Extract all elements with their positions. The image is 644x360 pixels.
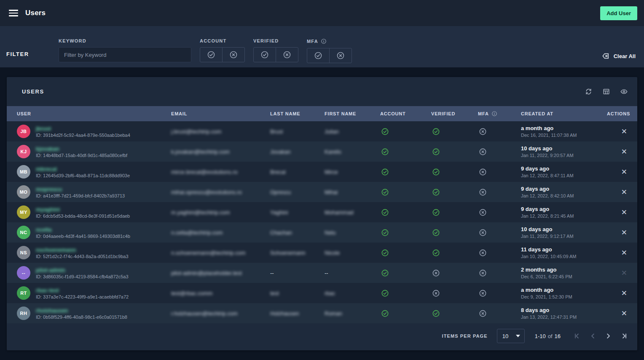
cross-circle-icon xyxy=(479,289,487,297)
email-cell: n.celta@techtrip.com xyxy=(171,229,270,236)
remove-user-button[interactable]: ✕ xyxy=(620,127,629,136)
created-absolute: Jan 10, 2022, 10:45:09 AM xyxy=(521,254,607,259)
cross-circle-icon xyxy=(479,208,487,216)
check-circle-icon xyxy=(432,168,440,176)
column-header-account: ACCOUNT xyxy=(380,111,431,116)
items-per-page-select[interactable]: 10 xyxy=(497,329,525,343)
created-at-cell: 8 days ago Jan 13, 2022, 12:47:31 PM xyxy=(521,307,607,320)
mfa-filter-toggle xyxy=(307,48,352,63)
verified-status-cell xyxy=(431,148,478,156)
created-relative: 11 days ago xyxy=(521,246,607,253)
user-name-link[interactable]: ncelta xyxy=(36,227,52,233)
account-filter-confirmed-button[interactable] xyxy=(200,48,222,62)
created-at-cell: 9 days ago Jan 12, 2022, 8:21:45 AM xyxy=(521,206,607,219)
user-name-link[interactable]: kjovakan xyxy=(36,146,59,152)
check-circle-icon xyxy=(381,269,389,277)
filter-section-label: FILTER xyxy=(6,51,31,57)
table-row: MO moprescu ID: a41e3fff-7d21-459d-bfcf-… xyxy=(7,182,637,202)
created-at-cell: 11 days ago Jan 10, 2022, 10:45:09 AM xyxy=(521,246,607,259)
user-name-link[interactable]: moprescu xyxy=(36,186,62,192)
user-name-link[interactable]: pilot-admin xyxy=(36,267,65,273)
mfa-filter-no-button[interactable] xyxy=(329,48,352,63)
account-status-cell xyxy=(380,289,431,297)
remove-user-button[interactable]: ✕ xyxy=(620,168,629,176)
user-id: ID: 0b58f529-4ff6-40a8-98c1-e6c0a01571b8 xyxy=(36,315,127,320)
check-circle-icon xyxy=(432,249,440,257)
check-circle-icon xyxy=(432,188,440,196)
column-header-email: EMAIL xyxy=(171,111,270,116)
menu-icon[interactable] xyxy=(9,10,18,16)
prev-page-icon[interactable] xyxy=(588,331,598,341)
created-absolute: Jan 12, 2022, 8:21:45 AM xyxy=(521,213,607,219)
mfa-status-cell xyxy=(478,188,521,196)
column-header-mfa: MFA xyxy=(478,111,521,117)
column-header-verified: VERIFIED xyxy=(431,111,478,116)
user-cell: RT rbac-test ID: 337a3e7c-4223-49f9-a9e1… xyxy=(17,286,171,300)
last-name-cell: Schoenemann xyxy=(270,250,325,256)
created-absolute: Jan 12, 2022, 8:47:11 AM xyxy=(521,173,607,178)
first-page-icon[interactable] xyxy=(573,331,582,341)
actions-cell: ✕ xyxy=(607,147,629,156)
avatar: NS xyxy=(17,246,30,259)
keyword-input[interactable] xyxy=(59,47,191,62)
verified-filter-no-button[interactable] xyxy=(276,48,298,62)
pager xyxy=(573,331,628,341)
remove-user-button[interactable]: ✕ xyxy=(620,208,629,217)
mfa-filter-label: MFA xyxy=(307,38,352,44)
user-cell: MB mbrecal ID: 12645d39-2bf6-4ba8-871a-1… xyxy=(17,165,171,179)
account-status-cell xyxy=(380,128,431,136)
remove-user-button[interactable]: ✕ xyxy=(620,289,629,298)
mfa-filter-yes-button[interactable] xyxy=(307,48,329,63)
created-relative: 9 days ago xyxy=(521,186,607,192)
cross-circle-icon xyxy=(229,51,238,59)
table-icon[interactable] xyxy=(602,88,610,96)
user-name-link[interactable]: myaghini xyxy=(36,206,60,213)
user-name-link[interactable]: nschoenemann xyxy=(36,247,76,253)
clear-all-button[interactable]: Clear All xyxy=(601,52,636,60)
account-filter-unconfirmed-button[interactable] xyxy=(222,48,244,62)
email-cell: mihai.oprescu@evolutions.ro xyxy=(171,189,270,195)
email-cell: mirce.brecal@evolutions.ro xyxy=(171,169,270,175)
last-name-cell: -- xyxy=(270,270,325,276)
mfa-status-cell xyxy=(478,208,521,216)
user-name-link[interactable]: mbrecal xyxy=(36,166,57,172)
next-page-icon[interactable] xyxy=(604,331,613,341)
check-circle-icon xyxy=(381,168,389,176)
eye-icon[interactable] xyxy=(620,88,628,96)
user-name-link[interactable]: jbrust xyxy=(36,125,51,132)
last-name-cell: test xyxy=(270,290,325,296)
mfa-status-cell xyxy=(478,269,521,277)
clear-all-label: Clear All xyxy=(614,53,636,59)
actions-cell: ✕ xyxy=(607,248,629,257)
last-page-icon[interactable] xyxy=(619,331,628,341)
refresh-icon[interactable] xyxy=(585,88,593,96)
account-filter-toggle xyxy=(200,47,245,62)
last-name-cell: Jovakan xyxy=(270,149,325,155)
info-circle-icon xyxy=(321,38,327,44)
verified-filter-yes-button[interactable] xyxy=(254,48,276,62)
user-name-link[interactable]: rholzhausen xyxy=(36,307,68,314)
mfa-filter-group: MFA xyxy=(307,26,352,63)
last-page-icon xyxy=(619,331,628,341)
topbar: Users Add User xyxy=(0,0,644,26)
check-circle-icon xyxy=(314,51,322,60)
table-row: -- pilot-admin ID: 3d86035c-f1d9-4219-85… xyxy=(7,263,637,283)
user-name-link[interactable]: rbac-test xyxy=(36,287,59,293)
cross-circle-icon xyxy=(479,188,487,196)
remove-user-button[interactable]: ✕ xyxy=(620,147,629,156)
user-id: ID: 14b48bd7-15ab-40df-9d1c-485a080cefbf xyxy=(36,153,127,158)
remove-user-button[interactable]: ✕ xyxy=(620,309,629,318)
created-absolute: Jan 12, 2022, 8:42:10 AM xyxy=(521,193,607,198)
actions-cell: ✕ xyxy=(607,309,629,318)
created-absolute: Dec 9, 2021, 1:52:30 PM xyxy=(521,294,607,299)
add-user-button[interactable]: Add User xyxy=(600,6,637,20)
verified-filter-label: VERIFIED xyxy=(253,38,298,43)
verified-status-cell xyxy=(431,249,478,257)
verified-status-cell xyxy=(431,188,478,196)
remove-user-button[interactable]: ✕ xyxy=(620,228,629,237)
remove-user-button[interactable]: ✕ xyxy=(620,248,629,257)
remove-user-button[interactable]: ✕ xyxy=(620,269,629,277)
cross-circle-icon xyxy=(479,229,487,237)
remove-user-button[interactable]: ✕ xyxy=(620,188,629,197)
page-title: Users xyxy=(25,9,46,17)
